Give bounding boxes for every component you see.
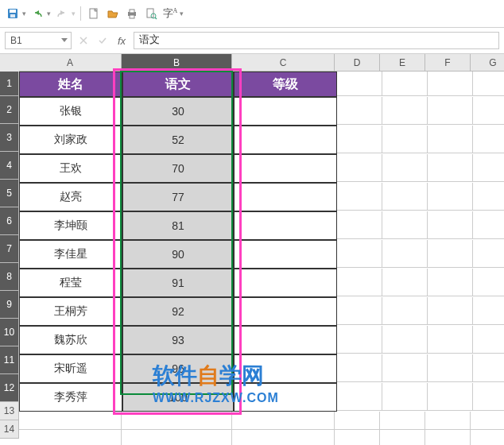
cell-D12[interactable] <box>337 383 382 411</box>
cell-G12[interactable] <box>473 383 504 411</box>
cell-F14[interactable] <box>425 430 471 445</box>
formula-input[interactable]: 语文 <box>134 32 499 49</box>
cell-E13[interactable] <box>380 412 425 430</box>
accept-formula-button[interactable] <box>95 33 110 48</box>
cell-G4[interactable] <box>473 154 504 182</box>
cell-B2[interactable]: 30 <box>122 97 234 126</box>
row-header-4[interactable]: 4 <box>0 152 19 180</box>
cell-C9[interactable] <box>234 297 337 326</box>
row-header-6[interactable]: 6 <box>0 207 19 235</box>
cell-D9[interactable] <box>337 297 382 325</box>
cell-E12[interactable] <box>382 383 428 411</box>
cell-D2[interactable] <box>337 97 382 125</box>
cell-F9[interactable] <box>428 297 473 325</box>
cell-A7[interactable]: 李佳星 <box>19 240 122 269</box>
cell-B10[interactable]: 93 <box>122 326 234 354</box>
cell-F13[interactable] <box>425 412 471 430</box>
row-header-1[interactable]: 1 <box>0 72 19 96</box>
row-header-2[interactable]: 2 <box>0 96 19 124</box>
cell-A13[interactable] <box>19 412 122 430</box>
cell-A2[interactable]: 张银 <box>19 97 122 126</box>
undo-dropdown-icon[interactable]: ▾ <box>47 10 51 17</box>
cell-E11[interactable] <box>382 354 428 382</box>
cell-G14[interactable] <box>471 430 504 445</box>
column-header-A[interactable]: A <box>19 54 122 72</box>
find-button[interactable]: 字A <box>162 6 178 21</box>
cell-D4[interactable] <box>337 154 382 182</box>
cell-G3[interactable] <box>473 126 504 153</box>
cell-G6[interactable] <box>473 211 504 239</box>
cell-C2[interactable] <box>234 97 337 126</box>
cell-E4[interactable] <box>382 154 428 182</box>
row-header-12[interactable]: 12 <box>0 374 19 402</box>
open-button[interactable] <box>105 6 121 21</box>
cell-C1[interactable]: 等级 <box>234 72 337 97</box>
cell-G1[interactable] <box>473 72 504 96</box>
cell-F2[interactable] <box>428 97 473 125</box>
cell-B4[interactable]: 70 <box>122 154 234 183</box>
cell-E10[interactable] <box>382 326 428 354</box>
cell-A6[interactable]: 李坤颐 <box>19 211 122 240</box>
spreadsheet-grid[interactable]: ABCDEFG 1234567891011121314 姓名语文等级张银30刘家… <box>0 54 504 445</box>
cell-G2[interactable] <box>473 97 504 125</box>
cell-C13[interactable] <box>232 412 335 430</box>
cell-B9[interactable]: 92 <box>122 297 234 326</box>
cell-C8[interactable] <box>234 269 337 297</box>
cell-F10[interactable] <box>428 326 473 354</box>
cell-B13[interactable] <box>122 412 232 430</box>
cell-A14[interactable] <box>19 430 122 445</box>
cell-E14[interactable] <box>380 430 425 445</box>
cell-B12[interactable]: 100 <box>122 383 234 412</box>
row-header-5[interactable]: 5 <box>0 180 19 207</box>
cell-F3[interactable] <box>428 126 473 153</box>
cell-E3[interactable] <box>382 126 428 153</box>
cell-F5[interactable] <box>428 183 473 211</box>
cell-B3[interactable]: 52 <box>122 126 234 154</box>
cell-D13[interactable] <box>335 412 380 430</box>
cell-A8[interactable]: 程莹 <box>19 269 122 297</box>
row-header-11[interactable]: 11 <box>0 346 19 374</box>
row-header-14[interactable]: 14 <box>0 420 19 439</box>
cell-D10[interactable] <box>337 326 382 354</box>
cell-A9[interactable]: 王桐芳 <box>19 297 122 326</box>
cell-D8[interactable] <box>337 269 382 296</box>
cell-E9[interactable] <box>382 297 428 325</box>
row-header-13[interactable]: 13 <box>0 402 19 420</box>
cell-reference-box[interactable]: B1 <box>5 32 72 49</box>
row-header-3[interactable]: 3 <box>0 124 19 152</box>
cell-C4[interactable] <box>234 154 337 183</box>
cell-F11[interactable] <box>428 354 473 382</box>
cell-E5[interactable] <box>382 183 428 211</box>
cell-G13[interactable] <box>471 412 504 430</box>
cell-D1[interactable] <box>337 72 382 96</box>
cell-E8[interactable] <box>382 269 428 296</box>
redo-button[interactable] <box>54 6 70 21</box>
save-button[interactable] <box>5 6 21 21</box>
cell-F4[interactable] <box>428 154 473 182</box>
undo-button[interactable] <box>29 6 45 21</box>
cell-A4[interactable]: 王欢 <box>19 154 122 183</box>
cell-F6[interactable] <box>428 211 473 239</box>
row-header-8[interactable]: 8 <box>0 263 19 291</box>
fx-label[interactable]: fx <box>114 35 129 47</box>
column-header-B[interactable]: B <box>122 54 232 72</box>
cell-B11[interactable]: 96 <box>122 354 234 383</box>
cell-G9[interactable] <box>473 297 504 325</box>
cell-G5[interactable] <box>473 183 504 211</box>
find-dropdown-icon[interactable]: ▾ <box>180 10 184 17</box>
cancel-formula-button[interactable] <box>76 33 91 48</box>
cell-B7[interactable]: 90 <box>122 240 234 269</box>
cell-C3[interactable] <box>234 126 337 154</box>
cell-G8[interactable] <box>473 269 504 296</box>
cell-D11[interactable] <box>337 354 382 382</box>
cell-A11[interactable]: 宋昕遥 <box>19 354 122 383</box>
preview-button[interactable] <box>143 6 159 21</box>
cell-E6[interactable] <box>382 211 428 239</box>
cell-D5[interactable] <box>337 183 382 211</box>
cell-F8[interactable] <box>428 269 473 296</box>
select-all-corner[interactable] <box>0 54 20 72</box>
cell-C5[interactable] <box>234 183 337 211</box>
cell-E2[interactable] <box>382 97 428 125</box>
cell-E1[interactable] <box>382 72 428 96</box>
cell-B5[interactable]: 77 <box>122 183 234 211</box>
